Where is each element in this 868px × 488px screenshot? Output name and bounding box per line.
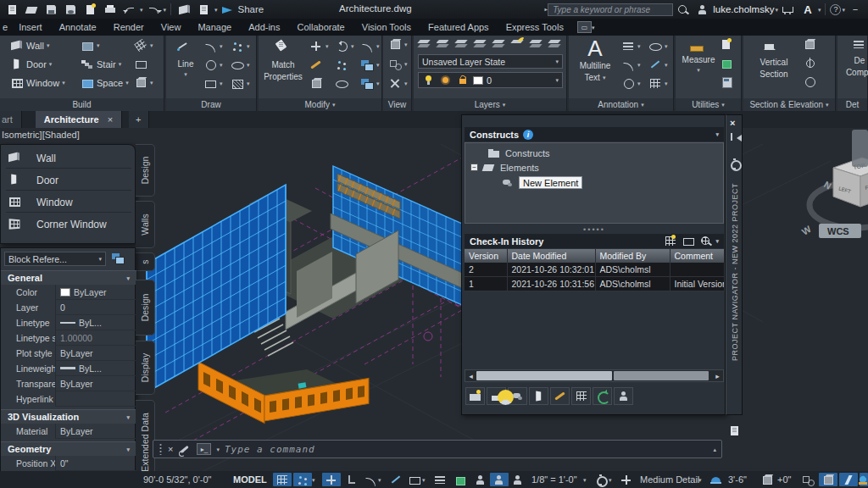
refresh-project-button[interactable] [593, 387, 612, 405]
annotation-autoscale-toggle[interactable] [490, 473, 509, 486]
checkin-row[interactable]: 2 2021-10-26 10:32:01 ADS\cholmsl [465, 263, 724, 277]
color-swatch[interactable] [60, 288, 70, 297]
minimize-button[interactable]: − [846, 2, 865, 17]
match-properties-button[interactable]: MatchProperties [261, 40, 305, 81]
close-command-line-icon[interactable]: × [168, 444, 173, 454]
command-history-arrow[interactable]: ▴ [713, 446, 716, 452]
properties-tab-design[interactable]: Design [136, 280, 155, 336]
table-button[interactable]: ▾ [648, 78, 668, 89]
hardware-acceleration-toggle[interactable] [839, 473, 858, 486]
vertical-section-button[interactable]: VerticalSection [750, 39, 798, 79]
tab-insert[interactable]: Insert [10, 19, 51, 36]
elevation-value[interactable]: +0" [775, 473, 793, 486]
help-dropdown[interactable]: ▾ [842, 7, 845, 13]
new-drawing-tab-button[interactable]: + [129, 111, 148, 128]
search-expand-arrow[interactable]: ▾ [542, 8, 548, 11]
user-dropdown[interactable]: ▾ [775, 7, 778, 13]
share-button[interactable]: Share [238, 4, 264, 14]
recent-commands-icon[interactable]: ▸_ [197, 443, 211, 455]
autodesk-dropdown[interactable]: ▾ [818, 7, 821, 13]
tab-collaborate[interactable]: Collaborate [288, 19, 353, 36]
extrude-button[interactable] [309, 78, 323, 89]
elevation-mark-button[interactable] [803, 76, 816, 87]
palette-splitter[interactable]: ••••• [462, 225, 726, 234]
file-tab-start[interactable]: art [0, 111, 22, 128]
clean-screen-toggle[interactable] [617, 473, 636, 486]
prop-row-layer[interactable]: Layer0 [1, 300, 136, 315]
graphics-performance-toggle[interactable] [819, 473, 837, 486]
prop-row-material[interactable]: MaterialByLayer [1, 424, 136, 439]
dimension-button[interactable]: ▾ [621, 41, 641, 52]
tab-home-partial[interactable]: e [0, 19, 10, 36]
tab-express-tools[interactable]: Express Tools [498, 19, 572, 36]
quick-calc-button[interactable] [720, 76, 733, 87]
prop-row-linetype-scale[interactable]: Linetype s...1.00000 [1, 330, 136, 346]
osnap-dropdown[interactable]: ▾ [422, 473, 426, 486]
command-line-grip[interactable] [159, 443, 163, 455]
ortho-mode-toggle[interactable] [342, 473, 361, 486]
annotation-circle-button[interactable]: ▾ [621, 78, 641, 89]
panel-label-annotation[interactable]: Annotation▾ [569, 98, 673, 111]
tab-featured-apps[interactable]: Featured Apps [420, 19, 498, 36]
help-icon[interactable]: ? [830, 4, 841, 15]
coordinates-readout[interactable]: 90'-0 5/32", 0'-0" [141, 473, 214, 486]
undo-dropdown[interactable]: ▾ [140, 7, 143, 13]
layer-isolate-icon[interactable] [474, 38, 487, 49]
info-icon[interactable]: i [523, 130, 533, 140]
wcs-selector[interactable]: WCS [819, 224, 861, 238]
grid-display-toggle[interactable] [273, 473, 292, 486]
panel-label-build[interactable]: Build [0, 98, 164, 111]
palette-tool-corner-window[interactable]: Corner Window [6, 214, 131, 235]
panel-label-modify[interactable]: Modify▾ [259, 98, 381, 111]
layer-unlock-icon[interactable] [456, 75, 470, 86]
fillet-button[interactable]: ▾ [360, 41, 380, 52]
mirror-button[interactable]: ▾ [360, 59, 380, 70]
move-button[interactable]: ▾ [309, 41, 329, 52]
section-3d-visualization[interactable]: 3D Visualization▾ [1, 409, 136, 424]
undo-button[interactable] [120, 2, 139, 17]
wall-button[interactable]: Wall▾ [10, 40, 50, 51]
layer-on-icon[interactable] [422, 75, 436, 86]
horizontal-scrollbar[interactable]: ◂ ▸ [465, 369, 724, 382]
prop-row-plot-style[interactable]: Plot styleByLayer [1, 346, 136, 361]
leader-button[interactable]: ▾ [621, 59, 641, 70]
rotate-button[interactable]: ▾ [335, 41, 354, 52]
prop-row-color[interactable]: ColorByLayer [1, 285, 136, 300]
customize-wrench-icon[interactable] [178, 444, 192, 455]
layout-dropdown[interactable]: ▾ [214, 7, 218, 13]
tools-button[interactable] [550, 387, 570, 405]
column-grid-button[interactable]: ▾ [134, 40, 153, 51]
autodesk-logo-icon[interactable]: A [798, 2, 817, 17]
redo-dropdown[interactable]: ▾ [164, 7, 167, 13]
model-space-toggle[interactable]: MODEL [231, 473, 270, 486]
command-line[interactable]: × ▸_ ▾ Type a command ▴ [153, 440, 722, 458]
search-input[interactable]: Type a keyword or phrase [548, 3, 673, 16]
palette-tool-wall[interactable]: Wall [6, 148, 131, 169]
project-help-button[interactable] [614, 387, 633, 405]
prop-row-linetype[interactable]: LinetypeByL... [1, 315, 136, 330]
save-as-button[interactable] [62, 2, 81, 17]
search-icon[interactable] [674, 2, 693, 17]
layer-freeze-icon[interactable] [511, 38, 525, 49]
tab-addins[interactable]: Add-ins [240, 19, 288, 36]
view-cube-button[interactable]: ▾ [388, 39, 408, 50]
prop-row-position-x[interactable]: Position X0" [1, 456, 136, 471]
window-button[interactable]: Window▾ [10, 77, 65, 88]
space-button[interactable]: Space▾ [81, 77, 129, 88]
section-geometry[interactable]: Geometry▾ [1, 441, 136, 456]
snap-mode-toggle[interactable] [293, 473, 312, 486]
ribbon-display-toggle[interactable]: ▭ [577, 21, 592, 33]
layout-icon[interactable] [195, 2, 214, 17]
palette-tool-window[interactable]: Window [6, 192, 131, 213]
arc-button[interactable]: ▾ [203, 41, 223, 52]
new-element-name-input[interactable]: New Element [519, 176, 582, 189]
palette-bottom-icon[interactable] [728, 425, 742, 436]
selection-cycling-toggle[interactable] [451, 473, 470, 486]
col-modified-by[interactable]: Modified By [595, 249, 670, 263]
section-target-button[interactable] [803, 58, 816, 69]
layer-lock-icon[interactable] [548, 38, 562, 49]
workspace-gear-icon[interactable] [592, 473, 610, 486]
annotation-visibility-toggle[interactable] [471, 473, 490, 486]
elevation-box-icon[interactable] [758, 473, 776, 486]
workspace-dropdown[interactable]: ▾ [609, 473, 612, 486]
